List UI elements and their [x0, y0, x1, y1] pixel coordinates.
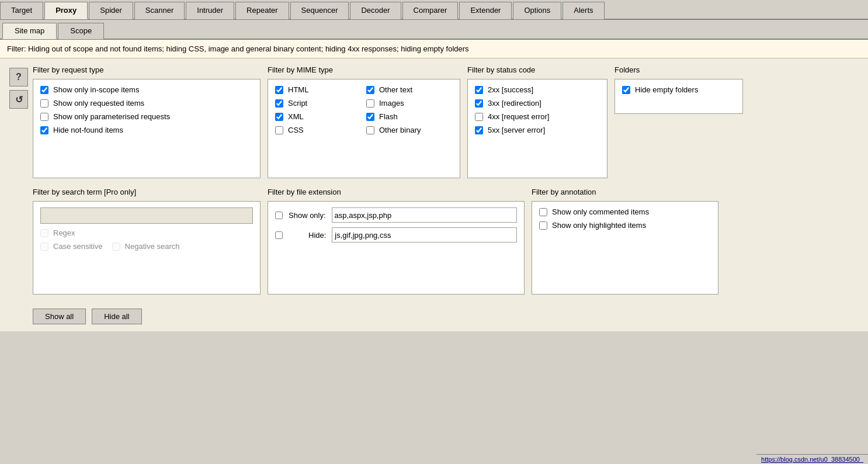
cb-row-negative: Negative search	[112, 242, 180, 251]
cb-row-commented: Show only commented items	[539, 207, 711, 216]
cb-images-label: Images	[379, 99, 404, 108]
cb-images[interactable]	[366, 99, 374, 108]
cb-row-css: CSS	[275, 126, 362, 134]
hide-all-button[interactable]: Hide all	[92, 309, 141, 324]
file-ext-hide-row: Hide:	[275, 227, 517, 243]
cb-row-regex: Regex	[40, 228, 253, 237]
cb-row-othertext: Other text	[366, 85, 453, 94]
main-content: ? ↺ Filter by request type Show only in-…	[0, 58, 868, 331]
cb-5xx-label: 5xx [server error]	[488, 126, 545, 134]
cb-row-3xx: 3xx [redirection]	[475, 99, 600, 108]
tab-intruder[interactable]: Intruder	[186, 2, 234, 19]
cb-commented[interactable]	[539, 208, 547, 216]
search-term-input[interactable]	[40, 207, 253, 224]
mime-type-panel: Filter by MIME type HTML Other text	[268, 65, 460, 178]
cb-commented-label: Show only commented items	[552, 207, 649, 216]
cb-3xx[interactable]	[475, 99, 483, 108]
cb-css-label: CSS	[288, 126, 304, 134]
filter-bar: Filter: Hiding out of scope and not foun…	[0, 40, 868, 58]
cb-requested-label: Show only requested items	[53, 99, 144, 108]
cb-negative[interactable]	[112, 243, 120, 251]
file-ext-title: Filter by file extension	[268, 188, 525, 196]
tab-decoder[interactable]: Decoder	[350, 2, 401, 19]
cb-flash[interactable]	[366, 113, 374, 121]
bottom-buttons: Show all Hide all	[33, 309, 859, 324]
tab-sitemap[interactable]: Site map	[2, 23, 57, 39]
cb-4xx-label: 4xx [request error]	[488, 112, 550, 121]
annotation-box: Show only commented items Show only high…	[532, 201, 718, 295]
file-ext-box: Show only: Hide:	[268, 201, 525, 295]
cb-4xx[interactable]	[475, 113, 483, 121]
cb-othertext[interactable]	[366, 86, 374, 94]
tab-repeater[interactable]: Repeater	[235, 2, 289, 19]
cb-regex[interactable]	[40, 229, 48, 237]
folders-title: Folders	[614, 65, 743, 74]
cb-casesensitive-label: Case sensitive	[53, 242, 103, 251]
mime-type-grid: HTML Other text Script Images	[275, 85, 453, 134]
cb-flash-label: Flash	[379, 112, 398, 121]
tab-alerts[interactable]: Alerts	[563, 2, 604, 19]
cb-otherbinary[interactable]	[366, 126, 374, 134]
tab-proxy[interactable]: Proxy	[44, 2, 88, 19]
status-code-panel: Filter by status code 2xx [success] 3xx …	[467, 65, 607, 178]
tab-spider[interactable]: Spider	[89, 2, 133, 19]
filter-row-2: Filter by search term [Pro only] Regex C…	[33, 188, 859, 295]
request-type-panel: Filter by request type Show only in-scop…	[33, 65, 261, 178]
cb-row-xml: XML	[275, 112, 362, 121]
file-ext-hide-input[interactable]	[332, 227, 517, 243]
file-ext-panel: Filter by file extension Show only: Hide…	[268, 188, 525, 295]
cb-negative-label: Negative search	[125, 242, 180, 251]
refresh-icon: ↺	[15, 94, 23, 105]
cb-html[interactable]	[275, 86, 283, 94]
mime-type-box: HTML Other text Script Images	[268, 79, 460, 178]
cb-script-label: Script	[288, 99, 307, 108]
cb-row-parameterised: Show only parameterised requests	[40, 112, 253, 121]
tab-scope[interactable]: Scope	[58, 23, 104, 39]
cb-row-casesensitive: Case sensitive	[40, 242, 103, 251]
cb-highlighted-label: Show only highlighted items	[552, 221, 646, 230]
cb-row-otherbinary: Other binary	[366, 126, 453, 134]
cb-requested[interactable]	[40, 99, 48, 108]
tab-sequencer[interactable]: Sequencer	[290, 2, 349, 19]
cb-parameterised-label: Show only parameterised requests	[53, 112, 170, 121]
help-button[interactable]: ?	[9, 68, 28, 86]
cb-row-notfound: Hide not-found items	[40, 126, 253, 134]
search-term-title: Filter by search term [Pro only]	[33, 188, 261, 196]
file-ext-showonly-input[interactable]	[332, 207, 517, 223]
cb-row-images: Images	[366, 99, 453, 108]
cb-otherbinary-label: Other binary	[379, 126, 421, 134]
cb-row-hideempty: Hide empty folders	[622, 85, 735, 94]
annotation-title: Filter by annotation	[532, 188, 718, 196]
tab-options[interactable]: Options	[513, 2, 561, 19]
cb-hideempty[interactable]	[622, 86, 630, 94]
cb-hide-ext[interactable]	[275, 231, 283, 239]
cb-row-4xx: 4xx [request error]	[475, 112, 600, 121]
cb-inscope-label: Show only in-scope items	[53, 85, 139, 94]
cb-row-flash: Flash	[366, 112, 453, 121]
cb-script[interactable]	[275, 99, 283, 108]
cb-casesensitive[interactable]	[40, 243, 48, 251]
search-term-box: Regex Case sensitive Negative search	[33, 201, 261, 295]
cb-highlighted[interactable]	[539, 221, 547, 230]
help-icon: ?	[16, 72, 22, 82]
cb-inscope[interactable]	[40, 86, 48, 94]
cb-regex-label: Regex	[53, 228, 75, 237]
show-all-button[interactable]: Show all	[33, 309, 86, 324]
refresh-button[interactable]: ↺	[9, 90, 28, 109]
tab-extender[interactable]: Extender	[459, 2, 512, 19]
cb-showonly-ext[interactable]	[275, 212, 283, 219]
tab-target[interactable]: Target	[0, 2, 43, 19]
tab-comparer[interactable]: Comparer	[402, 2, 459, 19]
search-options-row: Case sensitive Negative search	[40, 242, 253, 251]
tab-scanner[interactable]: Scanner	[134, 2, 185, 19]
cb-notfound[interactable]	[40, 126, 48, 134]
request-type-title: Filter by request type	[33, 65, 261, 74]
cb-5xx[interactable]	[475, 126, 483, 134]
file-ext-showonly-row: Show only:	[275, 207, 517, 223]
cb-xml[interactable]	[275, 113, 283, 121]
cb-2xx[interactable]	[475, 86, 483, 94]
cb-row-2xx: 2xx [success]	[475, 85, 600, 94]
status-bar: https://blog.csdn.net/u0_38834500_	[756, 454, 868, 464]
cb-css[interactable]	[275, 126, 283, 134]
cb-parameterised[interactable]	[40, 113, 48, 121]
